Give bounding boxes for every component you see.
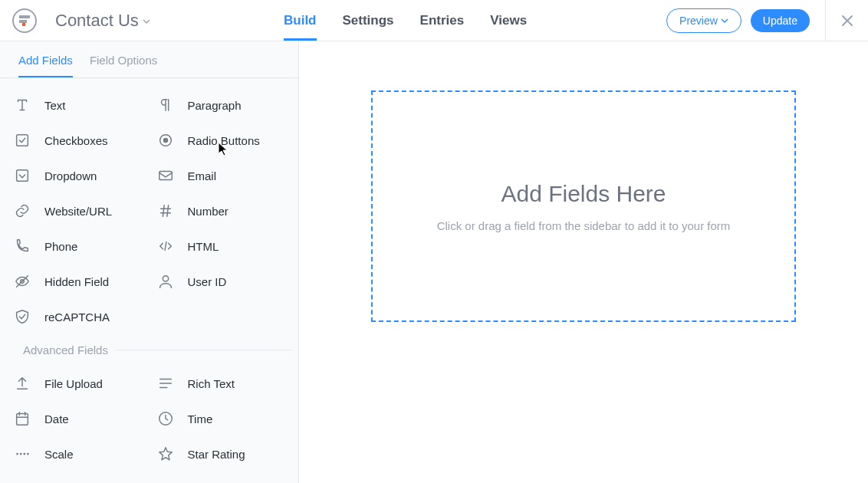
- field-label: HTML: [188, 240, 219, 253]
- field-richtext[interactable]: Rich Text: [150, 366, 293, 401]
- svg-point-6: [163, 276, 168, 281]
- app-logo[interactable]: [12, 8, 37, 33]
- phone-icon: [14, 238, 31, 255]
- star-icon: [157, 445, 174, 462]
- field-code[interactable]: HTML: [150, 228, 293, 264]
- field-label: Rich Text: [188, 377, 235, 390]
- time-icon: [157, 410, 174, 427]
- field-radio[interactable]: Radio Buttons: [150, 123, 293, 158]
- field-text[interactable]: Text: [6, 87, 150, 123]
- form-canvas: Add Fields Here Click or drag a field fr…: [299, 41, 868, 483]
- shield-icon: [14, 308, 31, 325]
- richtext-icon: [157, 375, 174, 392]
- svg-rect-4: [159, 172, 172, 180]
- svg-point-10: [20, 453, 22, 455]
- field-hash[interactable]: Number: [150, 193, 293, 228]
- field-link[interactable]: Website/URL: [6, 193, 150, 228]
- dropdown-icon: [14, 167, 31, 184]
- code-icon: [157, 238, 174, 255]
- advanced-fields-divider: Advanced Fields: [6, 334, 292, 366]
- field-label: Checkboxes: [44, 134, 108, 147]
- field-label: Dropdown: [44, 169, 97, 182]
- tab-views[interactable]: Views: [490, 0, 527, 41]
- sidebar-tab-field-options[interactable]: Field Options: [90, 54, 157, 77]
- svg-rect-7: [17, 414, 28, 426]
- tab-settings[interactable]: Settings: [343, 0, 394, 41]
- date-icon: [14, 410, 31, 427]
- field-label: Website/URL: [44, 205, 112, 218]
- hash-icon: [157, 202, 174, 219]
- link-icon: [14, 202, 31, 219]
- svg-point-9: [16, 453, 18, 455]
- field-label: Paragraph: [188, 99, 242, 112]
- email-icon: [157, 167, 174, 184]
- svg-point-2: [163, 138, 167, 143]
- form-title-dropdown[interactable]: Contact Us: [55, 11, 151, 31]
- chevron-down-icon: [142, 11, 151, 31]
- field-scale[interactable]: Scale: [6, 436, 150, 472]
- upload-icon: [14, 375, 31, 392]
- field-label: Scale: [44, 448, 74, 461]
- field-dropdown[interactable]: Dropdown: [6, 158, 150, 193]
- field-hidden[interactable]: Hidden Field: [6, 264, 150, 299]
- form-dropzone[interactable]: Add Fields Here Click or drag a field fr…: [371, 90, 796, 322]
- field-label: User ID: [188, 275, 227, 288]
- field-upload[interactable]: File Upload: [6, 366, 150, 401]
- field-user[interactable]: User ID: [150, 264, 293, 299]
- paragraph-icon: [157, 97, 174, 113]
- dropzone-title: Add Fields Here: [501, 181, 666, 207]
- user-icon: [157, 273, 174, 290]
- tab-build[interactable]: Build: [284, 0, 317, 41]
- field-shield[interactable]: reCAPTCHA: [6, 299, 150, 334]
- field-label: Radio Buttons: [188, 134, 260, 147]
- preview-button[interactable]: Preview: [666, 8, 741, 33]
- close-icon: [840, 14, 854, 28]
- field-email[interactable]: Email: [150, 158, 293, 193]
- field-label: Phone: [44, 240, 77, 253]
- text-icon: [14, 97, 31, 113]
- field-label: File Upload: [44, 377, 103, 390]
- checkbox-icon: [14, 132, 31, 149]
- chevron-down-icon: [721, 17, 728, 25]
- field-label: Number: [188, 205, 229, 218]
- field-date[interactable]: Date: [6, 401, 150, 436]
- svg-rect-3: [17, 170, 28, 182]
- field-label: Time: [188, 412, 213, 426]
- fields-sidebar: Add FieldsField Options TextParagraphChe…: [0, 41, 299, 483]
- svg-point-12: [27, 453, 29, 455]
- close-button[interactable]: [825, 0, 868, 41]
- tab-entries[interactable]: Entries: [420, 0, 465, 41]
- svg-rect-0: [17, 135, 28, 146]
- field-phone[interactable]: Phone: [6, 228, 150, 264]
- svg-point-11: [23, 453, 25, 455]
- field-checkbox[interactable]: Checkboxes: [6, 123, 150, 158]
- scale-icon: [14, 445, 31, 462]
- field-label: Hidden Field: [44, 275, 109, 288]
- hidden-icon: [14, 273, 31, 290]
- field-star[interactable]: Star Rating: [150, 436, 293, 472]
- field-label: Text: [44, 99, 66, 112]
- dropzone-subtitle: Click or drag a field from the sidebar t…: [437, 219, 731, 232]
- field-label: Star Rating: [188, 448, 245, 461]
- sidebar-tab-add-fields[interactable]: Add Fields: [18, 54, 73, 77]
- form-title: Contact Us: [55, 11, 139, 31]
- field-time[interactable]: Time: [150, 401, 293, 436]
- field-label: Email: [188, 169, 217, 182]
- radio-icon: [157, 132, 174, 149]
- field-label: reCAPTCHA: [44, 310, 110, 324]
- field-label: Date: [44, 412, 69, 426]
- field-paragraph[interactable]: Paragraph: [150, 87, 293, 123]
- update-button[interactable]: Update: [751, 9, 810, 32]
